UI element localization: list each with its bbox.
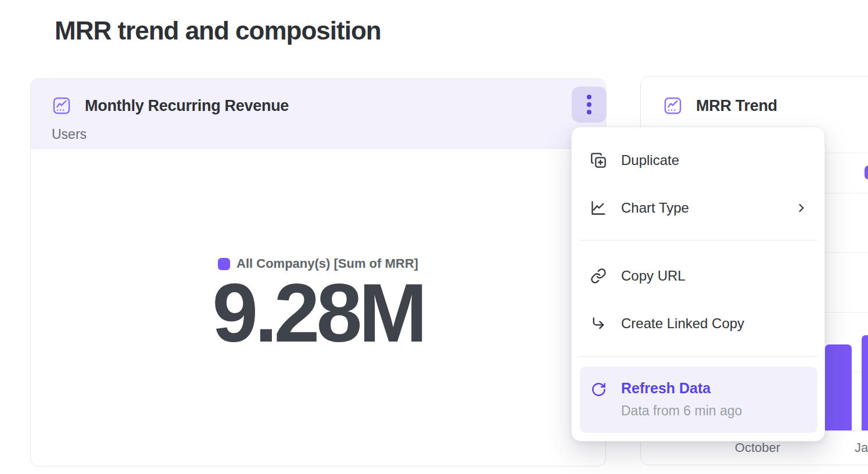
menu-item-label: Create Linked Copy xyxy=(621,315,744,332)
bar[interactable] xyxy=(862,335,868,430)
page-title: MRR trend and composition xyxy=(55,16,381,45)
kpi-value: 9.28M xyxy=(31,272,605,354)
menu-item-chart-type[interactable]: Chart Type xyxy=(572,185,824,231)
bar[interactable] xyxy=(825,344,852,430)
menu-item-label: Duplicate xyxy=(621,152,679,168)
menu-item-label: Chart Type xyxy=(621,200,689,216)
card-options-menu: Duplicate Chart Type xyxy=(571,127,825,441)
card-title: Monthly Recurring Revenue xyxy=(85,97,289,115)
card-subtitle: Users xyxy=(52,127,87,142)
mrr-card-header: Monthly Recurring Revenue Users xyxy=(31,79,605,149)
x-axis-ticks: October Ja xyxy=(641,440,868,457)
chart-line-icon xyxy=(663,96,682,115)
menu-item-label: Refresh Data xyxy=(621,380,711,397)
corner-down-right-icon xyxy=(590,315,607,332)
card-options-button[interactable] xyxy=(572,87,607,123)
duplicate-icon xyxy=(590,152,607,168)
dashboard-page: MRR trend and composition MRR Trend xyxy=(0,0,868,474)
refresh-icon xyxy=(591,382,607,397)
menu-divider xyxy=(580,356,817,357)
monthly-recurring-revenue-card: Monthly Recurring Revenue Users All Comp… xyxy=(30,78,606,466)
x-tick-label: October xyxy=(722,440,793,455)
kebab-vertical-icon xyxy=(587,95,591,114)
menu-item-create-linked-copy[interactable]: Create Linked Copy xyxy=(572,300,824,347)
menu-item-sublabel: Data from 6 min ago xyxy=(621,403,742,419)
x-tick-label: Ja xyxy=(855,440,868,455)
menu-item-refresh-data[interactable]: Refresh Data Data from 6 min ago xyxy=(580,367,817,433)
chevron-right-icon xyxy=(795,202,807,214)
menu-item-label: Copy URL xyxy=(621,268,686,284)
menu-item-duplicate[interactable]: Duplicate xyxy=(572,137,824,184)
chart-type-icon xyxy=(590,200,607,216)
menu-divider xyxy=(580,240,817,240)
link-icon xyxy=(590,268,607,284)
chart-line-icon xyxy=(52,96,71,115)
menu-item-copy-url[interactable]: Copy URL xyxy=(572,253,824,299)
card-title: MRR Trend xyxy=(696,97,777,115)
trend-legend-swatch[interactable] xyxy=(865,166,868,179)
